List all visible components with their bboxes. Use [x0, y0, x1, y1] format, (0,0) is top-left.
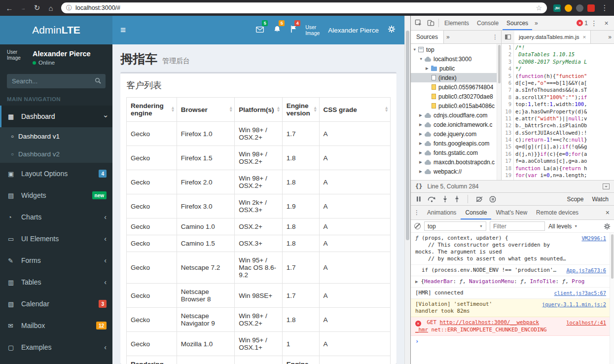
file-tab[interactable]: jquery.dataTables.min.js×	[514, 31, 591, 43]
step-over-icon[interactable]	[428, 196, 436, 202]
pause-on-exceptions-icon[interactable]	[489, 196, 496, 203]
navigator-tab-sources[interactable]: Sources	[411, 31, 444, 43]
table-row[interactable]: GeckoFirefox 1.0Win 98+ / OSX.2+1.7A	[127, 122, 391, 146]
control-sidebar-toggle[interactable]	[383, 16, 400, 44]
file-tree-item[interactable]: public0.055967f4804	[411, 82, 501, 92]
sidebar-item[interactable]: ✎ Forms ‹	[0, 250, 112, 271]
console-settings-icon[interactable]	[604, 223, 611, 230]
tree-arrow-icon[interactable]: ▼	[413, 47, 418, 52]
notifications-menu[interactable]: 5	[269, 16, 286, 44]
bookmark-star-icon[interactable]: ☆	[536, 4, 542, 12]
tree-arrow-icon[interactable]: ▼	[419, 57, 425, 61]
table-row[interactable]: GeckoCamino 1.5OSX.3+1.8A	[127, 235, 391, 252]
tab-watch[interactable]: Watch	[592, 196, 609, 203]
scrollbar-thumb[interactable]	[406, 31, 409, 240]
browser-menu-icon[interactable]: ⋮	[598, 3, 611, 12]
extension-icon[interactable]	[587, 4, 595, 12]
column-header[interactable]: Engine version▲▼	[282, 98, 319, 122]
tasks-menu[interactable]: 4	[286, 16, 301, 44]
file-tree-item[interactable]: public0.cf30270dae8	[411, 92, 501, 101]
tree-arrow-icon[interactable]: ▶	[419, 169, 425, 174]
devtools-menu-icon[interactable]: ⋮	[588, 19, 600, 27]
line-number[interactable]: 17	[502, 157, 514, 164]
file-tree-item[interactable]: ▶ fonts.googleapis.com	[411, 139, 501, 148]
table-row[interactable]: GeckoFirefox 2.0Win 98+ / OSX.2+1.8A	[127, 170, 391, 194]
device-toolbar-icon[interactable]	[425, 19, 437, 27]
tree-arrow-icon[interactable]: ▶	[419, 141, 425, 146]
panel-toggle-icon[interactable]	[603, 183, 610, 189]
sidebar-subitem[interactable]: ○ Dashboard v2	[0, 145, 112, 163]
line-number[interactable]: 15	[502, 143, 514, 150]
table-row[interactable]: GeckoCamino 1.0OSX.2+1.8A	[127, 218, 391, 235]
drawer-tab[interactable]: Remote devices	[532, 206, 583, 219]
deactivate-breakpoints-icon[interactable]	[476, 196, 483, 202]
refresh-icon[interactable]: ↻	[31, 3, 43, 12]
line-number[interactable]: 7	[502, 86, 514, 93]
line-number[interactable]: 5	[502, 73, 514, 79]
file-tree-item[interactable]: ▶ fonts.gstatic.com	[411, 148, 501, 157]
extension-icon[interactable]	[576, 4, 583, 12]
forward-icon[interactable]: →	[17, 5, 30, 11]
devtools-tab[interactable]: Console	[473, 16, 503, 30]
line-number[interactable]: 9	[502, 101, 514, 108]
sidebar-subitem[interactable]: ○ Dashboard v1	[0, 127, 112, 145]
close-tab-icon[interactable]: ×	[583, 34, 586, 40]
file-tree-item[interactable]: (index)	[411, 73, 501, 82]
console-source-link[interactable]: App.js?a673:6	[566, 267, 606, 274]
file-tree-item[interactable]: ▶ maxcdn.bootstrapcdn.c	[411, 157, 501, 167]
navigator-menu-icon[interactable]: ⋮	[489, 34, 501, 40]
table-row[interactable]: GeckoFirefox 1.5Win 98+ / OSX.2+1.8A	[127, 146, 391, 170]
console-source-link[interactable]: client.js?3ac5:67	[554, 290, 606, 296]
sidebar-item[interactable]: ▢ Examples ‹	[0, 336, 112, 358]
scrollbar-thumb[interactable]	[498, 45, 501, 83]
table-row[interactable]: GeckoNetscape 7.2Win 95+ / Mac OS 8.6-9.…	[127, 252, 391, 284]
pause-script-icon[interactable]	[416, 196, 421, 202]
file-tree-item[interactable]: ▶ webpack://	[411, 167, 501, 176]
line-number[interactable]: 16	[502, 150, 514, 157]
devtools-close-icon[interactable]: ×	[600, 19, 613, 27]
tree-arrow-icon[interactable]: ▶	[419, 150, 425, 155]
more-file-tabs-icon[interactable]: »	[606, 34, 614, 40]
table-row[interactable]: GeckoMozilla 1.0Win 95+ / OSX.1+1A	[127, 332, 391, 356]
drawer-tab[interactable]: Console	[461, 206, 491, 219]
line-number[interactable]: 4	[502, 65, 514, 72]
pretty-print-icon[interactable]: {}	[415, 183, 422, 190]
toggle-navigator-icon[interactable]	[505, 35, 511, 39]
tree-arrow-icon[interactable]: ▶	[426, 66, 431, 71]
tree-arrow-icon[interactable]: ▶	[419, 113, 425, 117]
context-selector[interactable]: top▼	[424, 221, 486, 231]
line-number[interactable]: 11	[502, 115, 514, 122]
error-count-badge[interactable]: ×1	[577, 20, 588, 27]
drawer-menu-icon[interactable]: ⋮	[411, 209, 423, 216]
drawer-tab[interactable]: What's New	[491, 206, 532, 219]
home-icon[interactable]: ⌂	[44, 4, 57, 12]
table-row[interactable]: GeckoFirefox 3.0Win 2k+ / OSX.3+1.9A	[127, 194, 391, 218]
drawer-tab[interactable]: Animations	[423, 206, 461, 219]
more-navigator-tabs-icon[interactable]: »	[444, 34, 452, 40]
console-source-link[interactable]: jquery-3.1.1.min.js:2	[542, 301, 606, 308]
line-number[interactable]: 1	[502, 44, 514, 51]
line-number[interactable]: 13	[502, 129, 514, 136]
column-header[interactable]: Platform(s)▲▼	[235, 98, 282, 122]
sidebar-item[interactable]: ▦ Dashboard ‹	[0, 106, 112, 127]
line-number[interactable]: 6	[502, 79, 514, 86]
console-source-link[interactable]: localhost/:41	[566, 319, 606, 326]
app-logo[interactable]: AdminLTE	[0, 16, 112, 44]
clear-console-icon[interactable]	[414, 223, 421, 229]
line-number[interactable]: 19	[502, 172, 514, 179]
file-tree-item[interactable]: ▶ code.jquery.com	[411, 129, 501, 139]
sidebar-item[interactable]: ✉ Mailbox 12 ‹	[0, 315, 112, 336]
file-tree-item[interactable]: ▶ cdnjs.cloudflare.com	[411, 110, 501, 120]
line-number[interactable]: 8	[502, 94, 514, 101]
extension-icon[interactable]	[565, 4, 572, 12]
line-number[interactable]: 18	[502, 165, 514, 172]
back-icon[interactable]: ←	[3, 4, 16, 12]
devtools-tab[interactable]: Elements	[440, 16, 473, 30]
inspect-element-icon[interactable]	[412, 19, 425, 27]
sidebar-item[interactable]: ▥ Tables ‹	[0, 271, 112, 293]
console-filter-input[interactable]	[490, 221, 545, 231]
sidebar-item[interactable]: ▭ UI Elements ‹	[0, 228, 112, 250]
page-scrollbar[interactable]	[404, 16, 410, 364]
search-button[interactable]	[90, 74, 106, 88]
line-number[interactable]: 10	[502, 108, 514, 115]
